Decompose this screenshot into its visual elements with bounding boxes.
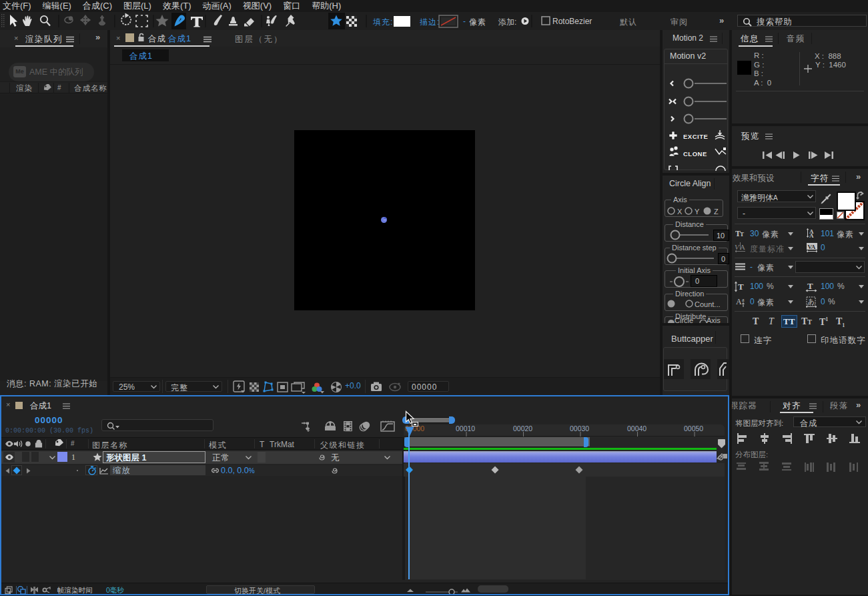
svg-text:あ: あ [808, 298, 815, 305]
svg-text:V: V [735, 243, 740, 251]
svg-text:A: A [736, 297, 742, 306]
svg-text:a: a [742, 297, 745, 303]
svg-text:T: T [740, 231, 744, 238]
svg-text:A: A [809, 232, 814, 238]
svg-text:CLONE: CLONE [683, 150, 707, 158]
svg-text:T: T [738, 282, 744, 292]
svg-text:A: A [740, 243, 745, 251]
svg-text:EXCITE: EXCITE [683, 133, 708, 140]
svg-text:VA: VA [808, 244, 816, 250]
svg-text:T: T [807, 281, 813, 291]
